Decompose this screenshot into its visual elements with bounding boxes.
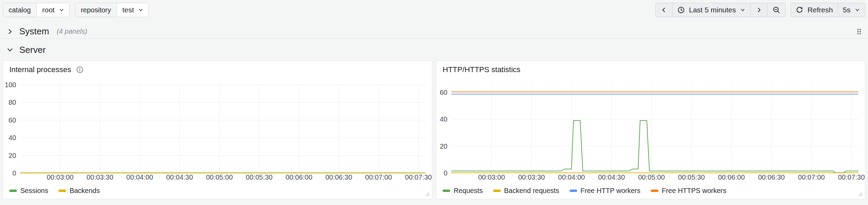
x-tick-label: 00:04:30 [166,173,193,181]
legend-swatch [443,190,450,192]
chart-legend: SessionsBackends [9,187,100,195]
x-tick-label: 00:04:00 [558,173,585,181]
legend-item[interactable]: Backend requests [493,187,559,195]
legend-item[interactable]: Free HTTP workers [570,187,641,195]
x-tick-label: 00:05:00 [206,173,233,181]
panel-header[interactable]: HTTP/HTTPS statistics [436,61,865,74]
time-series-chart[interactable]: 020406000:03:0000:03:3000:04:0000:04:300… [436,75,865,188]
legend-item[interactable]: Requests [443,187,483,195]
time-back-button[interactable] [656,3,672,17]
row-system: System (4 panels) [0,25,868,38]
x-tick-label: 00:05:00 [638,173,665,181]
chevron-right-icon [755,7,762,13]
chevron-down-icon [740,7,745,13]
x-tick-label: 00:03:00 [478,173,505,181]
variable-catalog-label: catalog [3,3,37,17]
panel-http-https-statistics: HTTP/HTTPS statistics 020406000:03:0000:… [436,60,865,199]
chevron-down-icon [138,7,144,13]
y-tick-label: 80 [9,99,16,106]
legend-label: Backend requests [504,187,559,195]
legend-label: Free HTTPS workers [662,187,727,195]
resize-corner-icon[interactable] [858,192,863,197]
refresh-group: Refresh 5s [791,3,865,17]
legend-item[interactable]: Free HTTPS workers [651,187,727,195]
variable-catalog-value: root [42,6,55,14]
time-range-picker[interactable]: Last 5 minutes [672,3,751,17]
time-forward-button[interactable] [750,3,767,17]
row-panel-count: (4 panels) [57,27,87,35]
variable-catalog: catalog root [3,3,70,17]
row-toggle-server[interactable]: Server [6,45,46,55]
panel-title: Internal processes [9,65,71,74]
info-icon[interactable] [76,66,84,73]
legend-label: Free HTTP workers [581,187,641,195]
legend-item[interactable]: Backends [59,187,100,195]
variable-repository-value: test [123,6,134,14]
chart-legend: RequestsBackend requestsFree HTTP worker… [443,187,727,195]
time-series-chart[interactable]: 02040608010000:03:0000:03:3000:04:0000:0… [3,75,432,188]
variable-repository-label: repository [75,3,117,17]
variable-repository-dropdown[interactable]: test [117,3,149,17]
time-controls: Last 5 minutes [655,3,865,17]
panel-internal-processes: Internal processes 02040608010000:03:000… [3,60,432,199]
variable-catalog-dropdown[interactable]: root [37,3,69,17]
x-tick-label: 00:07:00 [798,173,825,181]
time-picker-group: Last 5 minutes [655,3,786,17]
zoom-out-icon [772,6,781,14]
row-toggle-system[interactable]: System (4 panels) [6,26,87,37]
x-tick-label: 00:05:30 [246,173,273,181]
variable-repository: repository test [75,3,149,17]
row-title: Server [19,45,46,55]
chevron-down-icon [59,7,64,13]
x-tick-label: 00:06:00 [286,173,313,181]
legend-swatch [570,190,577,192]
y-tick-label: 40 [9,134,16,141]
chevron-left-icon [660,7,667,13]
refresh-icon [796,6,803,14]
x-tick-label: 00:07:30 [838,173,865,181]
y-tick-label: 0 [444,169,447,177]
resize-corner-icon[interactable] [425,192,430,197]
refresh-interval-value: 5s [843,6,850,14]
x-tick-label: 00:03:30 [518,173,545,181]
chevron-right-icon [6,28,14,35]
x-tick-label: 00:04:00 [126,173,153,181]
legend-swatch [651,190,658,192]
time-range-label: Last 5 minutes [689,6,736,14]
legend-item[interactable]: Sessions [9,187,48,195]
legend-swatch [9,190,17,192]
chevron-down-icon [855,7,860,13]
x-tick-label: 00:03:30 [86,173,113,181]
x-tick-label: 00:07:00 [365,173,392,181]
x-tick-label: 00:04:30 [598,173,625,181]
panel-header[interactable]: Internal processes [3,61,432,74]
x-tick-label: 00:06:00 [718,173,745,181]
y-tick-label: 0 [12,169,16,177]
refresh-button[interactable]: Refresh [791,3,838,17]
x-tick-label: 00:06:30 [758,173,785,181]
zoom-out-button[interactable] [767,3,785,17]
refresh-interval-dropdown[interactable]: 5s [838,3,865,17]
y-tick-label: 20 [440,143,447,150]
drag-handle-icon[interactable] [856,28,862,35]
x-tick-label: 00:03:00 [47,173,74,181]
y-tick-label: 60 [9,116,16,124]
legend-label: Requests [454,187,483,195]
y-tick-label: 40 [440,115,447,123]
row-title: System [19,26,49,37]
template-variables: catalog root repository test [3,3,149,17]
legend-label: Backends [70,187,100,195]
legend-swatch [493,190,501,192]
chevron-down-icon [6,46,14,54]
x-tick-label: 00:05:30 [678,173,705,181]
row-server: Server [0,43,868,57]
refresh-label: Refresh [807,6,833,14]
legend-label: Sessions [20,187,48,195]
panel-title: HTTP/HTTPS statistics [443,65,520,74]
legend-swatch [59,190,66,192]
clock-icon [677,6,685,14]
y-tick-label: 20 [9,152,16,159]
x-tick-label: 00:07:30 [405,173,432,181]
x-tick-label: 00:06:30 [325,173,352,181]
dashboard-toolbar: catalog root repository test [3,3,865,17]
